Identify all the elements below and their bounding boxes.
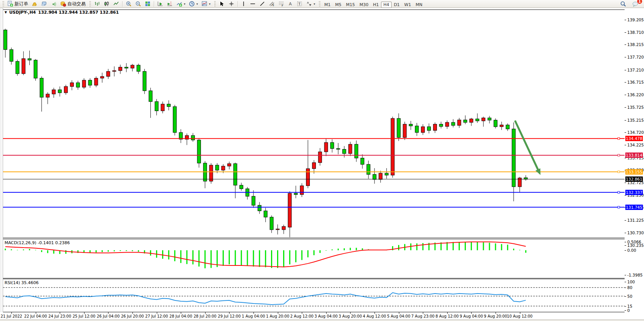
candle xyxy=(524,175,528,181)
timeframe-m5[interactable]: M5 xyxy=(333,2,344,8)
candle xyxy=(113,67,116,76)
candle xyxy=(137,64,140,74)
trendline-button[interactable] xyxy=(258,0,267,8)
timeframe-m1[interactable]: M1 xyxy=(322,2,333,8)
candle xyxy=(10,48,13,65)
hline-handle[interactable] xyxy=(618,191,620,193)
crosshair-button[interactable] xyxy=(227,0,236,8)
date-tick xyxy=(278,312,278,314)
autotrading-button[interactable]: 自动交易 xyxy=(59,0,87,8)
timeframe-m30[interactable]: M30 xyxy=(357,2,371,8)
new-order-label: 新订单 xyxy=(14,1,28,7)
candle xyxy=(264,208,267,222)
hline-handle[interactable] xyxy=(618,171,620,173)
zoom-out-button[interactable] xyxy=(134,0,143,8)
market-watch-button[interactable] xyxy=(30,0,39,8)
chart-line-button[interactable] xyxy=(112,0,121,8)
candle xyxy=(427,123,431,133)
template-icon xyxy=(201,1,207,7)
pane-separator[interactable] xyxy=(3,278,625,278)
arrows-button[interactable]: ▾ xyxy=(304,0,317,8)
date-label: 28 Jul 20:00 xyxy=(194,314,217,318)
rsi-tick-label: 0 xyxy=(627,308,630,313)
chat-button[interactable]: 1 xyxy=(630,0,640,8)
candle xyxy=(336,143,340,154)
candle xyxy=(397,113,400,141)
toolbar-separator xyxy=(154,1,154,7)
hline-handle[interactable] xyxy=(618,138,620,140)
navigator-button[interactable] xyxy=(40,0,49,8)
toolbar-grip[interactable] xyxy=(89,1,91,7)
date-label: 2 Aug 12:00 xyxy=(290,314,314,318)
tile-windows-icon xyxy=(145,1,151,7)
pane-separator[interactable] xyxy=(3,238,625,238)
price-tick-label: 135.725 xyxy=(627,105,644,110)
signals-button[interactable] xyxy=(49,0,58,8)
candle xyxy=(361,154,364,169)
toolbar-grip[interactable] xyxy=(318,1,320,7)
text-button[interactable]: A xyxy=(286,0,295,8)
search-button[interactable] xyxy=(618,0,628,8)
rsi-pane[interactable] xyxy=(3,279,625,312)
date-tick xyxy=(132,312,133,314)
candle xyxy=(506,123,509,131)
macd-pane[interactable] xyxy=(3,239,625,278)
text-label-button[interactable]: T xyxy=(295,0,304,8)
chart-bars-button[interactable] xyxy=(92,0,102,8)
chart-candles-button[interactable] xyxy=(102,0,111,8)
date-label: 28 Jul 04:00 xyxy=(169,314,192,318)
date-tick xyxy=(205,312,206,314)
date-label: 25 Jul 12:00 xyxy=(73,314,96,318)
fibonacci-button[interactable]: F xyxy=(277,0,286,8)
chart-menu-caret-icon[interactable]: ▼ xyxy=(5,11,7,14)
macd-tick-label: -1.3985 xyxy=(627,273,643,277)
templates-button[interactable]: ▾ xyxy=(200,0,212,8)
date-tick xyxy=(496,312,496,314)
timeframe-w1[interactable]: W1 xyxy=(402,2,413,8)
auto-scroll-button[interactable] xyxy=(156,0,165,8)
timeframe-d1[interactable]: D1 xyxy=(392,2,402,8)
timeframe-m15[interactable]: M15 xyxy=(344,2,357,8)
timeframe-h4[interactable]: H4 xyxy=(381,2,391,8)
candle xyxy=(367,160,370,179)
main-chart-pane[interactable] xyxy=(3,10,625,238)
timeframe-mn[interactable]: MN xyxy=(413,2,425,8)
price-tick xyxy=(625,245,626,246)
price-level-badge: 131.745 xyxy=(625,205,643,210)
zoom-in-button[interactable] xyxy=(124,0,133,8)
date-label: 3 Aug 04:00 xyxy=(314,314,338,318)
chart-title-row[interactable]: ▼ USDJPY-,H4 132.904 132.944 132.857 132… xyxy=(5,10,119,15)
candle xyxy=(4,29,7,57)
hline-handle[interactable] xyxy=(618,206,620,208)
trend-arrow-line[interactable] xyxy=(515,121,539,171)
candle xyxy=(512,122,515,201)
rsi-tick xyxy=(625,296,626,297)
signal-icon xyxy=(51,1,57,7)
date-label: 1 Aug 04:00 xyxy=(242,314,265,318)
price-tick xyxy=(625,132,626,133)
candle xyxy=(288,191,292,237)
indicators-button[interactable]: ▾ xyxy=(175,0,187,8)
arrows-shapes-icon xyxy=(306,1,312,7)
vertical-line-button[interactable] xyxy=(239,0,248,8)
price-axis[interactable]: 139.205138.710138.215137.720137.210136.7… xyxy=(625,8,644,321)
cursor-button[interactable] xyxy=(217,0,226,8)
new-order-button[interactable]: 新订单 xyxy=(6,0,30,8)
price-tick-label: 137.210 xyxy=(627,68,644,72)
timeframe-h1[interactable]: H1 xyxy=(371,2,381,8)
window-bottom-edge xyxy=(0,319,644,321)
svg-text:F: F xyxy=(282,4,283,7)
chart-shift-icon xyxy=(167,1,173,7)
toolbar-grip[interactable] xyxy=(214,1,216,7)
price-tick-label: 130.730 xyxy=(627,230,644,235)
hline-handle[interactable] xyxy=(618,154,620,156)
periods-button[interactable]: ▾ xyxy=(187,0,199,8)
rsi-tick xyxy=(625,288,626,288)
toolbar-grip[interactable] xyxy=(2,1,4,7)
equidistant-channel-button[interactable]: E xyxy=(267,0,276,8)
window-left-edge xyxy=(0,8,3,321)
rsi-tick-label: 50 xyxy=(627,294,632,299)
tile-windows-button[interactable] xyxy=(143,0,152,8)
horizontal-line-button[interactable] xyxy=(248,0,257,8)
chart-shift-button[interactable] xyxy=(165,0,174,8)
